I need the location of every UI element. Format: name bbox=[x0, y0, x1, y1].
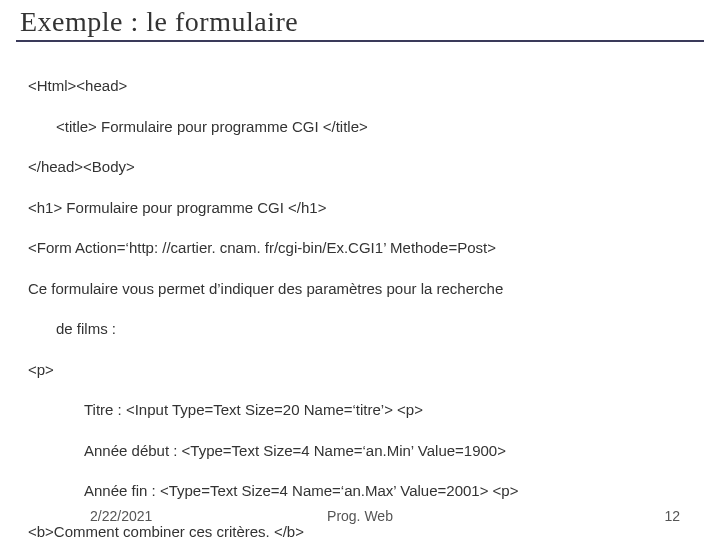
title-underline bbox=[16, 40, 704, 42]
code-line: <h1> Formulaire pour programme CGI </h1> bbox=[28, 198, 692, 218]
code-line: Titre : <Input Type=Text Size=20 Name=‘t… bbox=[28, 400, 692, 420]
slide: Exemple : le formulaire <Html><head> <ti… bbox=[0, 0, 720, 540]
code-line: <Form Action=‘http: //cartier. cnam. fr/… bbox=[28, 238, 692, 258]
code-line: <p> bbox=[28, 360, 692, 380]
footer-center: Prog. Web bbox=[0, 508, 720, 524]
code-line: Année fin : <Type=Text Size=4 Name=‘an.M… bbox=[28, 481, 692, 501]
code-line: de films : bbox=[28, 319, 692, 339]
slide-title: Exemple : le formulaire bbox=[20, 6, 700, 38]
code-line: <Html><head> bbox=[28, 76, 692, 96]
code-block: <Html><head> <title> Formulaire pour pro… bbox=[28, 56, 692, 540]
code-line: </head><Body> bbox=[28, 157, 692, 177]
code-line: Année début : <Type=Text Size=4 Name=‘an… bbox=[28, 441, 692, 461]
title-wrap: Exemple : le formulaire bbox=[0, 0, 720, 42]
code-line: Ce formulaire vous permet d’indiquer des… bbox=[28, 279, 692, 299]
code-line: <title> Formulaire pour programme CGI </… bbox=[28, 117, 692, 137]
code-line: <b>Comment combiner ces critères. </b> bbox=[28, 522, 692, 540]
footer-page: 12 bbox=[664, 508, 680, 524]
